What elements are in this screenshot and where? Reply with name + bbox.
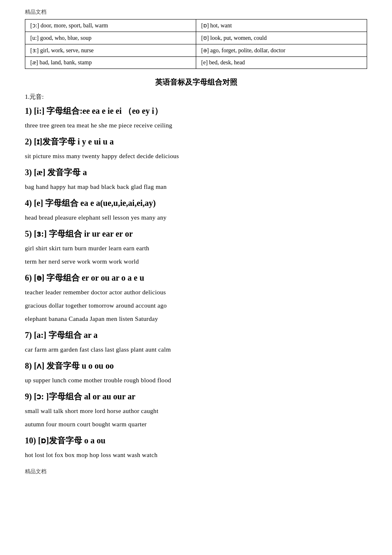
phoneme-block-p5: 5) [ɜ:] 字母组合 ir ur ear er orgirl shirt s… [25,227,367,268]
phoneme-header-p9: 9) [ɔ: ]字母组合 al or au our ar [25,390,367,403]
table-cell-right: [e] bed, desk, head [196,57,367,69]
phoneme-header-p10: 10) [ɒ]发音字母 o a ou [25,434,367,447]
intro-label: 1.元音: [25,93,367,101]
phonetic-table: [ɔ:] door, more, sport, ball, warm[ɒ] ho… [25,19,367,69]
example-words: teacher leader remember doctor actor aut… [25,286,367,298]
table-cell-left: [æ] bad, land, bank, stamp [25,57,196,69]
phoneme-block-p4: 4) [e] 字母组合 ea e a(ue,u,ie,ai,ei,ay)head… [25,196,367,224]
phoneme-header-p1: 1) [i:] 字母组合:ee ea e ie ei （eo ey i） [25,104,367,117]
example-words: small wall talk short more lord horse au… [25,405,367,417]
example-words: autumn four mourn court bought warm quar… [25,418,367,430]
phoneme-header-p5: 5) [ɜ:] 字母组合 ir ur ear er or [25,227,367,240]
watermark-top: 精品文档 [25,8,367,16]
watermark-bottom: 精品文档 [25,468,367,475]
example-words: up supper lunch come mother trouble roug… [25,374,367,386]
example-words: elephant banana Canada Japan men listen … [25,313,367,325]
phoneme-header-p3: 3) [æ] 发音字母 a [25,166,367,179]
table-cell-left: [ɔ:] door, more, sport, ball, warm [25,20,196,32]
example-words: gracious dollar together tomorrow around… [25,299,367,312]
example-words: car farm arm garden fast class last glas… [25,343,367,356]
section-title: 英语音标及字母组合对照 [25,77,367,87]
phoneme-block-p7: 7) [a:] 字母组合 ar acar farm arm garden fas… [25,328,367,356]
phoneme-header-p2: 2) [ɪ]发音字母 i y e ui u a [25,135,367,148]
example-words: girl shirt skirt turn burn murder learn … [25,242,367,254]
table-cell-right: [ə] ago, forget, polite, dollar, doctor [196,44,367,57]
example-words: hot lost lot fox box mop hop loss want w… [25,449,367,461]
phoneme-block-p1: 1) [i:] 字母组合:ee ea e ie ei （eo ey i）thre… [25,104,367,132]
phoneme-block-p8: 8) [ʌ] 发音字母 u o ou ooup supper lunch com… [25,359,367,386]
table-cell-left: [ɜ:] girl, work, serve, nurse [25,44,196,57]
example-words: three tree green tea meat he she me piec… [25,119,367,132]
example-words: head bread pleasure elephant sell lesson… [25,211,367,224]
phoneme-header-p6: 6) [ə] 字母组合 er or ou ar o a e u [25,271,367,284]
table-cell-right: [ɒ] hot, want [196,20,367,32]
phoneme-header-p4: 4) [e] 字母组合 ea e a(ue,u,ie,ai,ei,ay) [25,196,367,210]
phoneme-header-p8: 8) [ʌ] 发音字母 u o ou oo [25,359,367,372]
phoneme-block-p9: 9) [ɔ: ]字母组合 al or au our arsmall wall t… [25,390,367,430]
example-words: bag hand happy hat map bad black back gl… [25,181,367,193]
phoneme-block-p2: 2) [ɪ]发音字母 i y e ui u asit picture miss … [25,135,367,162]
phoneme-block-p10: 10) [ɒ]发音字母 o a ouhot lost lot fox box m… [25,434,367,461]
table-cell-right: [ʊ] look, put, women, could [196,32,367,44]
phoneme-header-p7: 7) [a:] 字母组合 ar a [25,328,367,342]
phoneme-block-p6: 6) [ə] 字母组合 er or ou ar o a e uteacher l… [25,271,367,325]
table-cell-left: [u:] good, who, blue, soup [25,32,196,44]
phoneme-block-p3: 3) [æ] 发音字母 abag hand happy hat map bad … [25,166,367,193]
example-words: term her nerd serve work worm work world [25,255,367,268]
example-words: sit picture miss many twenty happy defec… [25,150,367,162]
